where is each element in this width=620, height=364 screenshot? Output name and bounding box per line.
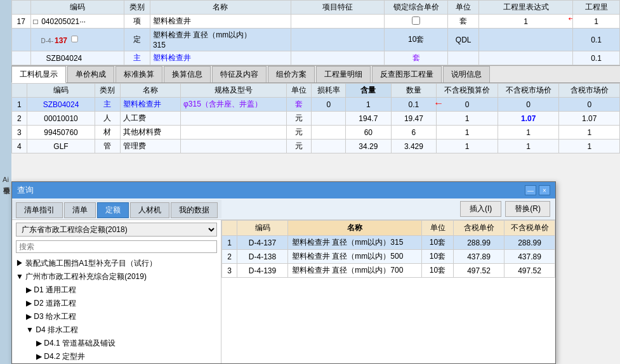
dialog-tab-mydata[interactable]: 我的数据 <box>171 202 218 218</box>
dialog-action-buttons: 插入(I) 替换(R) <box>455 198 555 219</box>
dialog-controls: — × <box>525 185 550 195</box>
row-type: 管 <box>95 140 120 153</box>
tab-zujia[interactable]: 组价方案 <box>268 66 315 82</box>
result-table-header: 编码 名称 单位 含税单价 不含税单价 <box>222 221 555 236</box>
middle-section: 编码 类别 名称 规格及型号 单位 损耗率 含量 数量 不含税预算价 不含税市场… <box>11 83 620 153</box>
main-wrapper: 整个项目 编码 类别 名称 项目特征 锁定综合单价 单位 工程里表达式 工程里 <box>0 0 620 364</box>
res-col-unit: 单位 <box>422 221 454 236</box>
row-spec <box>181 126 287 140</box>
dialog-tab-qingdan[interactable]: 清单 <box>64 202 96 218</box>
mid-row-1[interactable]: 1 SZB04024 主 塑料检查井 φ315（含井座、井盖） 套 0 1 0.… <box>12 98 620 112</box>
row-locked: 套 <box>385 51 448 65</box>
row-unit: 10套 <box>422 250 454 264</box>
tab-gongchengliang[interactable]: 工程量明细 <box>316 66 371 82</box>
mid-col-price1: 不含税预算价 <box>437 84 498 98</box>
tab-tezheng[interactable]: 特征及内容 <box>212 66 267 82</box>
mid-col-amount: 数量 <box>391 84 437 98</box>
row-qty: 34.29 <box>346 140 392 153</box>
row-code: D-4-137 <box>30 29 124 51</box>
result-row-2[interactable]: 2 D-4-138 塑料检查井 直径（mm以内）500 10套 437.89 4… <box>222 250 555 264</box>
result-row-1[interactable]: 1 D-4-137 塑料检查井 直径（mm以内）315 10套 288.99 2… <box>222 236 555 250</box>
row-checkbox[interactable] <box>72 36 78 42</box>
top-row-1[interactable]: 17 □ 040205021··· 项 塑料检查井 套 1 <box>12 15 620 29</box>
dialog-tab-qingdanzhinyin[interactable]: 清单指引 <box>16 202 63 218</box>
tree-node-item1[interactable]: ▶ 装配式施工围挡A1型补充子目（试行） <box>15 257 218 270</box>
query-dialog: 查询 — × 清单指引 清单 定额 人材机 我的数据 插入(I) 替换(R) <box>11 181 556 364</box>
dialog-close-btn[interactable]: × <box>539 185 550 195</box>
row-seq: 1 <box>12 98 27 112</box>
dialog-tab-rencaiji[interactable]: 人材机 <box>130 202 169 218</box>
quota-dropdown[interactable]: 广东省市政工程综合定额(2018) <box>16 223 217 237</box>
tree-toggle: ▼ <box>16 272 23 281</box>
tree-node-d4[interactable]: ▼ D4 排水工程 <box>25 323 218 337</box>
dialog-left-panel: 广东省市政工程综合定额(2018) ▶ 装配式施工围挡A1型补充子目（试行） ▼… <box>12 220 221 363</box>
mid-col-price2: 不含税市场价 <box>498 84 559 98</box>
row-loss: 0 <box>312 98 346 112</box>
mid-col-spec: 规格及型号 <box>181 84 287 98</box>
mid-row-3[interactable]: 3 99450760 材 其他材料费 元 60 6 1 1 1 <box>12 126 620 140</box>
row-amount: 0.1 <box>573 29 620 51</box>
dialog-tab-dinee[interactable]: 定额 <box>97 202 129 218</box>
row-feature <box>291 51 385 65</box>
result-row-3[interactable]: 3 D-4-139 塑料检查井 直径（mm以内）700 10套 497.52 4… <box>222 264 555 278</box>
tab-huansuanxinxi[interactable]: 换算信息 <box>164 66 211 82</box>
row-name: 塑料检查井 直径（mm以内）500 <box>288 250 422 264</box>
tree-toggle: ▶ <box>26 285 32 294</box>
replace-button[interactable]: 替换(R) <box>505 201 550 217</box>
dialog-minimize-btn[interactable]: — <box>525 185 536 195</box>
row-spec: φ315（含井座、井盖） <box>181 98 287 112</box>
tree-label: D4 排水工程 <box>36 325 78 334</box>
tree-label: D2 道路工程 <box>34 299 76 308</box>
lock-checkbox[interactable] <box>412 16 420 25</box>
top-row-3[interactable]: SZB04024 主 塑料检查井 套 0.1 <box>12 51 620 65</box>
row-price3: 0 <box>559 98 620 112</box>
tab-shuoming[interactable]: 说明信息 <box>443 66 490 82</box>
row-qty: 194.7 <box>346 112 392 126</box>
tab-biaozhunhuansuan[interactable]: 标准换算 <box>115 66 162 82</box>
row-seq: 1 <box>222 236 237 250</box>
row-price3: 1.07 <box>559 112 620 126</box>
col-type: 类别 <box>124 1 150 15</box>
row-unit: 套 <box>287 98 312 112</box>
tree-node-d1[interactable]: ▶ D1 通用工程 <box>25 283 218 297</box>
row-code: D-4-137 <box>237 236 288 250</box>
dialog-body: 广东省市政工程综合定额(2018) ▶ 装配式施工围挡A1型补充子目（试行） ▼… <box>12 220 555 363</box>
tree-node-item2[interactable]: ▼ 广州市市政工程补充综合定额(2019) <box>15 270 218 283</box>
row-expr <box>479 29 573 51</box>
tree-node-d2[interactable]: ▶ D2 道路工程 <box>25 297 218 310</box>
tab-fancha[interactable]: 反查图形工程量 <box>372 66 442 82</box>
tree-toggle: ▼ <box>26 325 34 334</box>
col-feature: 项目特征 <box>291 1 385 15</box>
tree-node-d4-1[interactable]: ▶ D4.1 管道基础及铺设 <box>35 337 218 350</box>
row-expr: 1 ← <box>479 15 573 29</box>
row-price2: 0 <box>498 98 559 112</box>
row-code: SZB04024 <box>27 98 95 112</box>
tree-node-d3[interactable]: ▶ D3 给水工程 <box>25 310 218 323</box>
row-unit: 元 <box>287 112 312 126</box>
col-locked: 锁定综合单价 <box>385 1 448 15</box>
top-row-2[interactable]: D-4-137 定 塑料检查井 直径（mm以内）315 10套 QDL 0.1 <box>12 29 620 51</box>
row-locked <box>385 15 448 29</box>
row-locked: 10套 <box>385 29 448 51</box>
row-loss <box>312 140 346 153</box>
row-feature <box>291 15 385 29</box>
row-code: GLF <box>27 140 95 153</box>
tree-toggle: ▶ <box>36 352 42 361</box>
tree-label: D1 通用工程 <box>34 285 76 294</box>
tree-label: D4.1 管道基础及铺设 <box>44 339 115 348</box>
mid-row-2[interactable]: 2 00010010 人 人工费 元 194.7 19.47 1 1.07 1.… <box>12 112 620 126</box>
insert-button[interactable]: 插入(I) <box>460 201 501 217</box>
tree-node-d4-2[interactable]: ▶ D4.2 定型井 <box>35 350 218 363</box>
tree-label: 装配式施工围挡A1型补充子目（试行） <box>25 259 157 268</box>
row-unit: 元 <box>287 126 312 140</box>
row-unit <box>448 51 479 65</box>
mid-col-qty-header: 含量 <box>346 84 392 98</box>
row-type: 人 <box>95 112 120 126</box>
tab-bar: 工料机显示 单价构成 标准换算 换算信息 特征及内容 组价方案 工程量明细 反查… <box>11 66 620 83</box>
dialog-titlebar: 查询 — × <box>12 182 555 198</box>
tab-gongliaji[interactable]: 工料机显示 <box>11 66 66 83</box>
mid-row-4[interactable]: 4 GLF 管 管理费 元 34.29 3.429 1 1 1 <box>12 140 620 153</box>
row-type: 项 <box>124 15 150 29</box>
tab-danjiagoucheng[interactable]: 单价构成 <box>67 66 114 82</box>
search-input[interactable] <box>16 240 217 253</box>
